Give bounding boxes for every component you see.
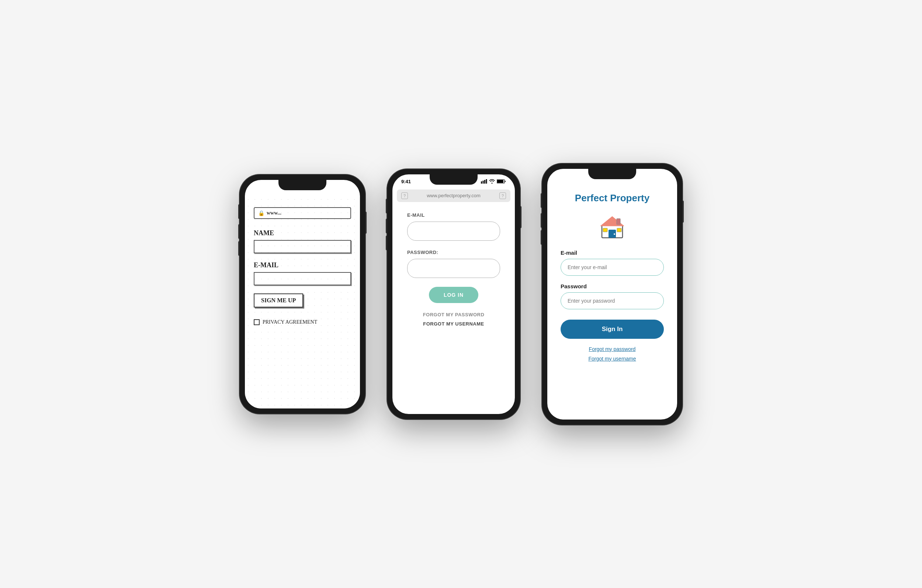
app-title: Perfect Property xyxy=(561,193,664,204)
final-password-input[interactable] xyxy=(561,292,664,309)
sketch-content: 🔒 www... NAME E-MAIL SIGN ME UP PRIVACY … xyxy=(245,196,360,408)
battery-icon xyxy=(497,179,506,184)
wireframe-email-label: E-MAIL xyxy=(407,212,500,218)
house-icon xyxy=(597,211,627,241)
wireframe-email-input[interactable] xyxy=(407,222,500,241)
sketch-email-input[interactable] xyxy=(254,272,351,285)
wireframe-body: E-MAIL PASSWORD: LOG IN FORGOT MY PASSWO… xyxy=(392,205,515,338)
main-container: 🔒 www... NAME E-MAIL SIGN ME UP PRIVACY … xyxy=(92,164,830,425)
svg-rect-3 xyxy=(486,179,487,184)
wireframe-links: FORGOT MY PASSWORD FORGOT MY USERNAME xyxy=(407,312,500,327)
wireframe-url-text: www.perfectproperty.com xyxy=(427,193,481,198)
sketch-email-label: E-MAIL xyxy=(254,261,351,269)
wireframe-forgot-username-link[interactable]: FORGOT MY USERNAME xyxy=(407,321,500,327)
wifi-icon xyxy=(489,179,495,184)
notch-2 xyxy=(430,175,477,185)
sketch-privacy-row: PRIVACY AGREEMENT xyxy=(254,319,351,325)
svg-rect-10 xyxy=(617,228,621,232)
sketch-privacy-checkbox[interactable] xyxy=(254,319,260,325)
wireframe-password-label: PASSWORD: xyxy=(407,250,500,255)
final-password-label: Password xyxy=(561,283,664,289)
sketch-name-input[interactable] xyxy=(254,240,351,253)
sketch-signup-label: SIGN ME UP xyxy=(261,297,296,304)
phone-sketch-screen: 🔒 www... NAME E-MAIL SIGN ME UP PRIVACY … xyxy=(245,180,360,408)
time-display: 9:41 xyxy=(401,179,411,185)
phone-sketch: 🔒 www... NAME E-MAIL SIGN ME UP PRIVACY … xyxy=(240,175,365,413)
svg-rect-1 xyxy=(483,181,484,184)
final-forgot-password-link[interactable]: Forgot my password xyxy=(561,346,664,352)
svg-rect-5 xyxy=(497,180,504,183)
wireframe-forgot-password-link[interactable]: FORGOT MY PASSWORD xyxy=(407,312,500,317)
final-email-input[interactable] xyxy=(561,259,664,276)
notch-1 xyxy=(278,180,326,190)
wireframe-url-icon-right: ? xyxy=(499,193,506,199)
svg-rect-9 xyxy=(603,228,607,232)
wireframe-password-input[interactable] xyxy=(407,259,500,278)
app-logo xyxy=(561,211,664,241)
final-forgot-username-link[interactable]: Forgot my username xyxy=(561,356,664,362)
lock-icon: 🔒 xyxy=(258,210,265,216)
status-icons-2 xyxy=(481,179,506,184)
phone-final: Perfect Property xyxy=(542,164,682,425)
sketch-name-label: NAME xyxy=(254,229,351,237)
svg-rect-0 xyxy=(481,181,482,184)
svg-rect-2 xyxy=(484,180,486,184)
wireframe-url-bar[interactable]: ? www.perfectproperty.com ? xyxy=(397,189,510,202)
wireframe-content: ? www.perfectproperty.com ? E-MAIL PASSW… xyxy=(392,189,515,413)
wireframe-login-button[interactable]: LOG IN xyxy=(429,287,478,303)
final-content: Perfect Property xyxy=(547,185,677,417)
phone-wireframe: 9:41 xyxy=(387,169,520,419)
phone-final-screen: Perfect Property xyxy=(547,169,677,420)
svg-point-12 xyxy=(614,234,615,235)
sketch-privacy-label: PRIVACY AGREEMENT xyxy=(263,319,317,325)
sketch-url-bar: 🔒 www... xyxy=(254,207,351,219)
svg-rect-11 xyxy=(616,219,620,224)
signal-icon xyxy=(481,179,487,184)
sketch-signup-button[interactable]: SIGN ME UP xyxy=(254,294,303,307)
notch-3 xyxy=(588,169,636,179)
phone-wireframe-screen: 9:41 xyxy=(392,175,515,414)
wireframe-url-icon-left: ? xyxy=(401,193,408,199)
final-email-label: E-mail xyxy=(561,250,664,256)
sketch-url-text: www... xyxy=(266,210,281,216)
final-links: Forgot my password Forgot my username xyxy=(561,346,664,362)
final-signin-button[interactable]: Sign In xyxy=(561,320,664,339)
